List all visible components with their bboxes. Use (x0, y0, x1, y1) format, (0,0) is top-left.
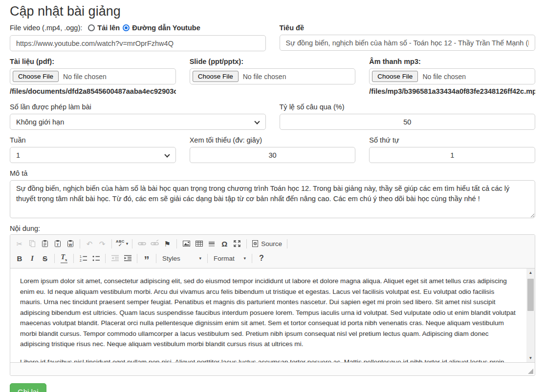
toolbar-separator (105, 254, 106, 263)
attempts-select[interactable]: Không giới hạn (10, 114, 266, 130)
copy-icon (28, 240, 36, 248)
numbered-list-button[interactable]: 1.2. (77, 252, 89, 265)
source-button[interactable]: Source (250, 238, 284, 250)
scrollbar-thumb[interactable] (527, 279, 534, 311)
remove-format-button[interactable]: Tx (58, 252, 70, 265)
upload-radio[interactable] (88, 24, 95, 31)
maximize-button[interactable] (231, 238, 243, 250)
slide-file-input[interactable]: Choose File No file chosen (190, 68, 356, 84)
paste-text-icon: T (54, 240, 62, 248)
editor-document[interactable]: Lorem ipsum dolor sit amet, consectetur … (10, 268, 526, 362)
blockquote-button[interactable]: ” (140, 252, 153, 265)
resize-grip-icon[interactable] (528, 369, 533, 374)
audio-file-input[interactable]: Choose File No file chosen (369, 68, 535, 84)
table-button[interactable] (193, 238, 205, 250)
chevron-down-icon: ▾ (126, 241, 129, 246)
cut-button[interactable]: ✂ (13, 238, 26, 250)
cut-icon: ✂ (17, 240, 23, 248)
copy-button[interactable] (26, 238, 39, 250)
row-video-title: File video (.mp4, .ogg): Tải lên Đường d… (10, 24, 535, 51)
toolbar-row-1: ✂ T W ↶ ↷ (13, 236, 532, 251)
bulleted-list-button[interactable] (89, 252, 102, 265)
save-button[interactable]: Ghi lại (10, 383, 46, 392)
paste-word-icon: W (66, 240, 74, 248)
undo-icon: ↶ (87, 240, 93, 248)
min-watch-label: Xem tối thiểu (đv: giây) (190, 136, 356, 144)
bulleted-list-icon (92, 254, 100, 262)
order-input[interactable] (369, 147, 535, 163)
paste-text-button[interactable]: T (51, 238, 64, 250)
update-lecture-form: Cập nhật bài giảng File video (.mp4, .og… (0, 0, 545, 392)
audio-choose-file-button[interactable]: Choose File (372, 71, 418, 82)
title-column: Tiêu đề (280, 24, 536, 51)
editor-content-area[interactable]: Lorem ipsum dolor sit amet, consectetur … (10, 268, 535, 362)
anchor-button[interactable]: ⚑ (161, 238, 174, 250)
styles-dropdown[interactable]: Styles ▾ (159, 252, 204, 265)
svg-text:W: W (68, 243, 72, 247)
min-watch-column: Xem tối thiểu (đv: giây) (190, 136, 356, 163)
youtube-url-input[interactable] (10, 35, 266, 51)
paste-button[interactable] (39, 238, 51, 250)
editor-bottom-bar (10, 362, 535, 375)
scroll-up-arrow[interactable]: ▲ (526, 268, 535, 277)
min-watch-input[interactable] (190, 147, 356, 163)
about-button[interactable]: ? (255, 252, 268, 265)
document-choose-file-button[interactable]: Choose File (13, 71, 59, 82)
week-selected-value: 1 (16, 151, 20, 159)
undo-button[interactable]: ↶ (83, 238, 96, 250)
description-textarea[interactable]: Sự đồng biến, nghịch biến của hàm số là … (10, 180, 535, 218)
audio-column: Âm thanh mp3: Choose File No file chosen… (369, 58, 535, 95)
special-character-button[interactable]: Ω (218, 238, 231, 250)
italic-button[interactable]: I (26, 252, 39, 265)
editor-toolbar: ✂ T W ↶ ↷ (10, 235, 535, 268)
link-button[interactable] (135, 238, 148, 250)
week-label: Tuần (10, 136, 176, 144)
toolbar-separator (132, 239, 132, 248)
styles-dropdown-label: Styles (162, 255, 180, 262)
slide-choose-file-button[interactable]: Choose File (193, 71, 239, 82)
strikethrough-icon: S (43, 254, 47, 263)
editor-scrollbar[interactable]: ▲ ▼ (526, 268, 535, 362)
maximize-icon (233, 240, 241, 248)
editor-paragraph: Lorem ipsum dolor sit amet, consectetur … (20, 276, 518, 350)
title-input[interactable] (280, 35, 536, 51)
question-mark-icon: ? (259, 254, 264, 263)
pass-rate-input[interactable] (280, 114, 536, 130)
audio-file-path: /files/mp3/b396581a33434a0f83fe2348126ff… (369, 87, 535, 95)
document-file-input[interactable]: Choose File No file chosen (10, 68, 176, 84)
paste-word-button[interactable]: W (64, 238, 77, 250)
chevron-down-icon: ▾ (199, 256, 201, 261)
scroll-down-arrow[interactable]: ▼ (526, 354, 535, 362)
youtube-radio-label[interactable]: Đường dẫn Youtube (132, 24, 200, 32)
toolbar-separator (111, 239, 112, 248)
format-dropdown[interactable]: Format ▾ (211, 252, 249, 265)
horizontal-line-button[interactable] (205, 238, 218, 250)
attempts-selected-value: Không giới hạn (16, 118, 64, 126)
unlink-button[interactable] (148, 238, 161, 250)
slide-file-status: No file chosen (243, 73, 286, 81)
link-icon (138, 240, 146, 248)
document-column: Tài liệu (pdf): Choose File No file chos… (10, 58, 176, 95)
slide-column: Slide (ppt/pptx): Choose File No file ch… (190, 58, 356, 84)
indent-button[interactable] (121, 252, 134, 265)
youtube-radio[interactable] (123, 24, 130, 31)
week-select[interactable]: 1 (10, 147, 176, 163)
document-label: Tài liệu (pdf): (10, 58, 176, 65)
format-dropdown-label: Format (214, 255, 235, 262)
upload-radio-label[interactable]: Tải lên (97, 24, 120, 32)
week-column: Tuần 1 (10, 136, 176, 163)
redo-button[interactable]: ↷ (96, 238, 109, 250)
image-button[interactable] (180, 238, 193, 250)
strikethrough-button[interactable]: S (39, 252, 51, 265)
unlink-icon (151, 240, 159, 248)
horizontal-line-icon (208, 240, 216, 248)
bold-button[interactable]: B (13, 252, 26, 265)
row-attempts-rate: Số lần được phép làm bài Không giới hạn … (10, 103, 535, 130)
chevron-down-icon (254, 119, 260, 124)
redo-icon: ↷ (99, 240, 106, 248)
svg-text:2.: 2. (80, 259, 83, 262)
spellcheck-button[interactable]: ABC ✓ ▾ (115, 238, 129, 250)
row-description: Mô tả Sự đồng biến, nghịch biến của hàm … (10, 169, 535, 218)
outdent-button[interactable] (109, 252, 121, 265)
toolbar-separator (156, 254, 156, 263)
